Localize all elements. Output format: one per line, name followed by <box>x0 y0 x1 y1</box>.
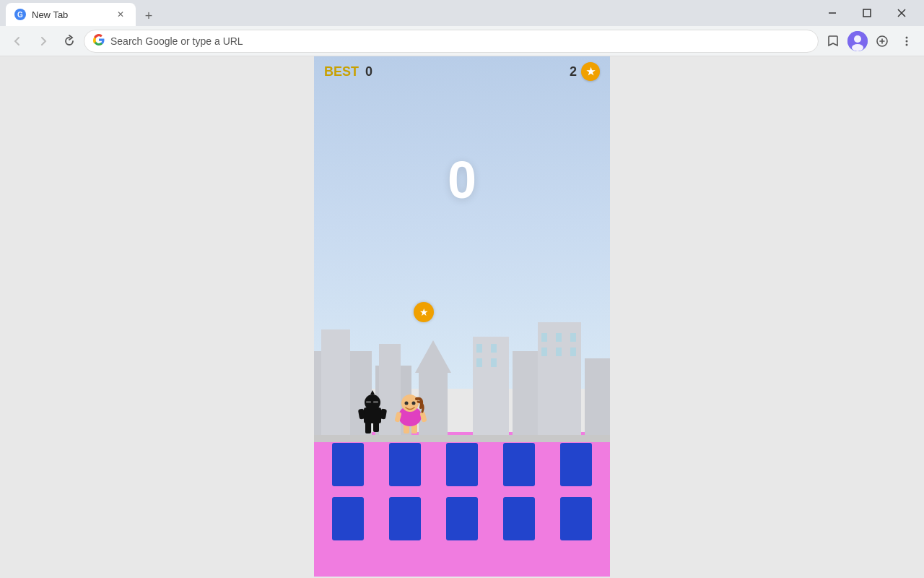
svg-marker-15 <box>415 340 451 373</box>
svg-rect-18 <box>513 351 538 438</box>
maximize-button[interactable] <box>850 0 884 26</box>
tab-close-button[interactable]: ✕ <box>114 8 127 21</box>
tab-favicon: G <box>14 9 26 20</box>
minimize-button[interactable] <box>816 0 849 26</box>
svg-rect-32 <box>373 422 379 432</box>
tab-title: New Tab <box>32 9 108 20</box>
address-text: Search Google or type a URL <box>110 35 809 47</box>
menu-button[interactable] <box>895 30 918 53</box>
reload-button[interactable] <box>58 30 81 53</box>
hud-coin-star: ★ <box>586 66 596 77</box>
back-button[interactable] <box>6 30 29 53</box>
svg-rect-1 <box>863 9 871 17</box>
svg-rect-24 <box>491 358 497 367</box>
svg-rect-29 <box>556 348 562 356</box>
tab-bar: G New Tab ✕ + <box>6 0 816 26</box>
svg-point-10 <box>906 43 908 46</box>
svg-rect-20 <box>585 358 610 438</box>
forward-button[interactable] <box>32 30 55 53</box>
address-bar[interactable]: Search Google or type a URL <box>84 30 819 53</box>
svg-rect-12 <box>321 329 350 438</box>
platform-ledge <box>314 435 610 442</box>
svg-rect-21 <box>476 344 482 353</box>
hud: BEST 0 2 ★ <box>314 56 610 87</box>
svg-rect-23 <box>476 358 482 367</box>
window <box>503 497 535 540</box>
window <box>389 443 421 486</box>
active-tab[interactable]: G New Tab ✕ <box>6 3 136 26</box>
svg-point-48 <box>412 402 416 405</box>
window <box>332 443 364 486</box>
svg-marker-38 <box>370 390 375 394</box>
hud-coin-icon: ★ <box>581 62 600 81</box>
window <box>389 497 421 540</box>
svg-rect-39 <box>366 401 371 403</box>
svg-rect-40 <box>373 401 378 403</box>
window <box>446 497 478 540</box>
svg-rect-31 <box>365 422 371 434</box>
svg-point-47 <box>405 402 409 405</box>
google-g-icon <box>93 34 105 48</box>
svg-rect-26 <box>556 333 562 342</box>
svg-point-6 <box>852 44 863 51</box>
window <box>560 497 592 540</box>
svg-rect-25 <box>541 333 547 342</box>
window <box>332 497 364 540</box>
svg-point-9 <box>906 40 908 42</box>
extensions-button[interactable] <box>871 30 894 53</box>
bookmark-button[interactable] <box>821 30 845 53</box>
coins-value: 2 <box>570 64 577 79</box>
close-button[interactable] <box>885 0 918 26</box>
window-controls <box>816 0 918 26</box>
toolbar: Search Google or type a URL <box>0 26 924 56</box>
toolbar-actions <box>821 30 918 53</box>
svg-rect-27 <box>570 333 576 342</box>
svg-rect-28 <box>541 348 547 356</box>
svg-point-8 <box>906 36 908 38</box>
ninja-character <box>357 390 388 435</box>
title-bar: G New Tab ✕ + <box>0 0 924 26</box>
best-score: BEST 0 <box>324 64 372 79</box>
new-tab-button[interactable]: + <box>139 6 159 26</box>
window <box>503 443 535 486</box>
window <box>446 443 478 486</box>
pink-building <box>314 432 610 577</box>
best-value: 0 <box>365 64 372 79</box>
svg-rect-22 <box>491 344 497 353</box>
content-area: ★ 0 BEST 0 2 ★ <box>0 56 924 578</box>
user-avatar <box>847 31 868 51</box>
best-label: BEST <box>324 64 359 79</box>
game-container[interactable]: ★ 0 BEST 0 2 ★ <box>314 56 610 577</box>
browser-frame: G New Tab ✕ + <box>0 0 924 578</box>
score-display: 0 <box>448 150 476 210</box>
avatar-button[interactable] <box>846 30 869 53</box>
svg-point-5 <box>854 35 861 43</box>
svg-rect-30 <box>570 348 576 356</box>
coin-counter: 2 ★ <box>570 62 600 81</box>
girl-character <box>393 392 428 435</box>
window <box>560 443 592 486</box>
floating-coin: ★ <box>414 302 434 322</box>
characters-container <box>357 390 428 435</box>
